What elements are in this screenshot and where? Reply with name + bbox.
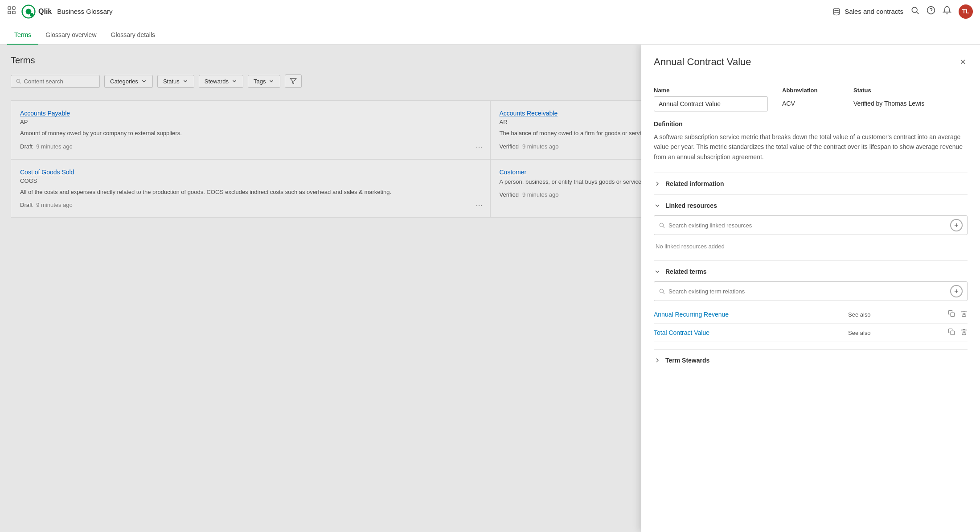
no-resources-text: No linked resources added xyxy=(654,239,968,253)
related-term-actions-arr xyxy=(948,310,968,319)
tab-terms[interactable]: Terms xyxy=(7,26,38,45)
panel-title: Annual Contract Value xyxy=(654,56,751,68)
term-time-accounts-payable: 9 minutes ago xyxy=(36,143,73,150)
svg-rect-2 xyxy=(8,11,11,14)
avatar[interactable]: TL xyxy=(959,4,973,19)
related-term-actions-tcv xyxy=(948,328,968,337)
plus-icon xyxy=(953,288,959,294)
related-terms-section: Related terms Annual Recurring xyxy=(654,260,968,349)
related-terms-search-wrap xyxy=(654,281,968,301)
chevron-down-icon xyxy=(654,202,661,209)
linked-resources-content: No linked resources added xyxy=(654,215,968,253)
content-search-wrap[interactable] xyxy=(11,75,100,88)
add-linked-resource-button[interactable] xyxy=(950,219,963,231)
trash-svg xyxy=(960,328,968,335)
term-status-accounts-receivable: Verified xyxy=(500,143,519,150)
term-desc-accounts-payable: Amount of money owed by your company to … xyxy=(20,129,481,138)
add-related-term-button[interactable] xyxy=(950,285,963,297)
term-time-accounts-receivable: 9 minutes ago xyxy=(522,143,559,150)
related-information-section: Related information xyxy=(654,173,968,194)
term-stewards-header[interactable]: Term Stewards xyxy=(654,357,968,364)
top-bar-right: TL xyxy=(910,4,973,19)
svg-rect-0 xyxy=(8,7,11,9)
search-icon[interactable] xyxy=(910,6,919,17)
related-terms-search-input[interactable] xyxy=(668,288,947,295)
chevron-down-icon xyxy=(141,78,147,84)
tab-glossary-overview[interactable]: Glossary overview xyxy=(38,26,103,45)
delete-icon-arr[interactable] xyxy=(960,310,968,319)
status-group: Status Verified by Thomas Lewis xyxy=(853,87,968,111)
filter-icon-button[interactable] xyxy=(285,74,302,88)
name-input[interactable] xyxy=(654,96,768,111)
top-bar-center: Sales and contracts xyxy=(832,7,903,16)
copy-svg xyxy=(948,328,955,335)
related-term-row-tcv: Total Contract Value See also xyxy=(654,324,968,342)
term-abbr-cogs: COGS xyxy=(20,177,481,184)
related-search-icon xyxy=(659,288,665,294)
linked-resources-search-wrap xyxy=(654,215,968,235)
term-status-cogs: Draft xyxy=(20,202,33,208)
svg-marker-14 xyxy=(291,78,296,84)
linked-search-icon xyxy=(659,222,665,228)
term-link-accounts-payable[interactable]: Accounts Payable xyxy=(20,110,481,117)
status-filter[interactable]: Status xyxy=(157,75,194,88)
notification-icon[interactable] xyxy=(943,6,951,17)
tags-filter[interactable]: Tags xyxy=(248,75,280,88)
panel-body: Name Abbreviation ACV Status Verified by… xyxy=(641,76,980,532)
svg-line-16 xyxy=(663,227,664,228)
chevron-down-icon xyxy=(654,268,661,275)
term-more-accounts-payable[interactable]: ··· xyxy=(476,142,482,152)
help-icon[interactable] xyxy=(927,6,935,17)
chevron-right-icon xyxy=(654,180,661,187)
content-search-input[interactable] xyxy=(24,78,95,85)
top-bar: Qlik Business Glossary Sales and contrac… xyxy=(0,0,980,23)
related-term-link-arr[interactable]: Annual Recurring Revenue xyxy=(654,311,843,318)
app-title: Business Glossary xyxy=(57,8,112,15)
svg-line-20 xyxy=(663,293,664,294)
term-abbr-accounts-payable: AP xyxy=(20,119,481,125)
term-time-customer: 9 minutes ago xyxy=(522,191,559,198)
logo-text: Qlik xyxy=(38,8,52,16)
term-footer-accounts-payable: Draft 9 minutes ago xyxy=(20,143,481,150)
related-terms-label: Related terms xyxy=(665,268,707,275)
term-status-customer: Verified xyxy=(500,191,519,198)
svg-rect-1 xyxy=(12,7,15,9)
svg-point-7 xyxy=(834,8,840,10)
term-more-cogs[interactable]: ··· xyxy=(476,201,482,210)
stewards-filter[interactable]: Stewards xyxy=(199,75,243,88)
abbr-group: Abbreviation ACV xyxy=(782,87,839,111)
delete-icon-tcv[interactable] xyxy=(960,328,968,337)
related-term-type-arr: See also xyxy=(848,311,943,318)
related-terms-header[interactable]: Related terms xyxy=(654,268,968,275)
database-icon xyxy=(832,7,841,16)
qlik-logo: Qlik xyxy=(21,4,52,19)
close-panel-button[interactable]: × xyxy=(958,55,968,69)
status-value: Verified by Thomas Lewis xyxy=(853,96,968,111)
linked-resources-search-input[interactable] xyxy=(668,222,947,229)
chevron-down-icon xyxy=(268,78,275,84)
copy-icon-tcv[interactable] xyxy=(948,328,955,337)
related-term-link-tcv[interactable]: Total Contract Value xyxy=(654,329,843,336)
svg-rect-24 xyxy=(951,331,955,335)
term-stewards-label: Term Stewards xyxy=(665,357,709,364)
svg-point-6 xyxy=(30,13,33,16)
linked-resources-section: Linked resources No linked resources add… xyxy=(654,194,968,260)
detail-panel: Annual Contract Value × Name Abbreviatio… xyxy=(641,45,980,532)
term-link-cogs[interactable]: Cost of Goods Sold xyxy=(20,169,481,176)
related-information-header[interactable]: Related information xyxy=(654,180,968,187)
related-term-type-tcv: See also xyxy=(848,330,943,336)
term-card-accounts-payable: Accounts Payable AP Amount of money owed… xyxy=(11,100,490,159)
tab-glossary-details[interactable]: Glossary details xyxy=(104,26,163,45)
svg-line-13 xyxy=(20,82,21,83)
svg-point-8 xyxy=(912,7,917,12)
chevron-right-icon xyxy=(654,357,661,364)
linked-resources-header[interactable]: Linked resources xyxy=(654,202,968,209)
categories-filter[interactable]: Categories xyxy=(104,75,153,88)
related-information-label: Related information xyxy=(665,180,724,187)
chevron-down-icon xyxy=(182,78,189,84)
panel-header: Annual Contract Value × xyxy=(641,45,980,76)
definition-label: Definition xyxy=(654,120,968,128)
grid-icon[interactable] xyxy=(7,6,16,17)
svg-rect-23 xyxy=(951,313,955,317)
copy-icon-arr[interactable] xyxy=(948,310,955,319)
